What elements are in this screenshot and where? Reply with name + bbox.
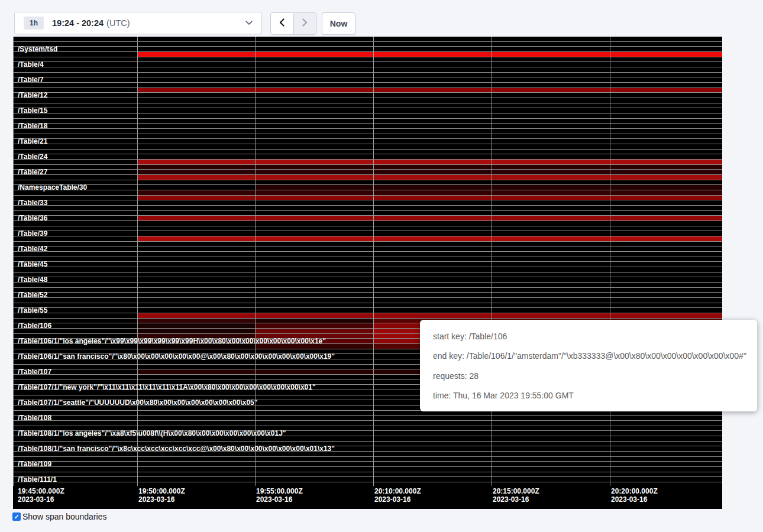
tooltip-start-key: start key: /Table/106 bbox=[433, 331, 751, 342]
span-row-label: /Table/7 bbox=[18, 76, 44, 84]
span-boundary-line bbox=[13, 272, 722, 273]
span-boundary-line bbox=[13, 257, 722, 257]
show-span-boundaries-checkbox[interactable]: ✓ bbox=[12, 512, 21, 521]
span-row-label: /Table/111/1 bbox=[18, 475, 57, 484]
span-boundary-line bbox=[13, 476, 722, 477]
date-axis-label: 2023-03-16 bbox=[256, 495, 292, 504]
time-bucket-line bbox=[13, 37, 14, 486]
span-boundary-line bbox=[13, 51, 722, 52]
date-axis-label: 2023-03-16 bbox=[611, 495, 647, 504]
span-boundary-line bbox=[13, 282, 722, 283]
span-row-label: /Table/24 bbox=[18, 153, 47, 161]
span-row-label: /Table/36 bbox=[18, 214, 47, 222]
span-row-label: /Table/108 bbox=[18, 414, 51, 422]
time-range-text: 19:24 - 20:24 bbox=[52, 18, 104, 28]
span-boundary-line bbox=[13, 190, 722, 190]
span-row-label: /Table/107/1/"seattle"/"UUUUUUD\x00\x80\… bbox=[18, 398, 257, 407]
time-range-selector[interactable]: 1h 19:24 - 20:24 (UTC) bbox=[14, 12, 262, 34]
span-boundary-line bbox=[13, 180, 722, 180]
span-row-label: /Table/48 bbox=[18, 275, 47, 284]
span-boundary-line bbox=[13, 420, 722, 421]
span-boundary-line bbox=[13, 251, 722, 252]
span-boundary-line bbox=[13, 118, 722, 119]
span-boundary-line bbox=[13, 144, 722, 144]
span-boundary-line bbox=[13, 297, 722, 298]
span-boundary-line bbox=[13, 210, 722, 211]
span-tooltip: start key: /Table/106 end key: /Table/10… bbox=[420, 320, 757, 411]
time-axis-label: 20:15:00.000Z bbox=[493, 487, 539, 495]
span-boundary-line bbox=[13, 164, 722, 165]
span-boundary-line bbox=[13, 200, 722, 200]
span-boundary-line bbox=[13, 57, 722, 57]
timezone-label: (UTC) bbox=[106, 18, 130, 28]
duration-badge: 1h bbox=[24, 17, 44, 30]
span-boundary-line bbox=[13, 87, 722, 88]
span-boundary-line bbox=[13, 98, 722, 98]
span-boundary-line bbox=[13, 236, 722, 236]
span-row-label: /Table/4 bbox=[18, 60, 44, 69]
time-bucket-line bbox=[492, 37, 492, 486]
time-bucket-line bbox=[373, 37, 374, 486]
span-row-label: /Table/39 bbox=[18, 229, 47, 238]
span-boundary-line bbox=[13, 46, 722, 47]
span-boundary-line bbox=[13, 67, 722, 67]
span-boundary-line bbox=[13, 159, 722, 160]
span-boundary-line bbox=[13, 215, 722, 216]
span-row-label: /Table/55 bbox=[18, 306, 47, 314]
span-boundary-line bbox=[13, 113, 722, 113]
span-row-label: /Table/15 bbox=[18, 106, 47, 115]
span-row-label: /NamespaceTable/30 bbox=[18, 183, 87, 192]
span-row-label: /Table/27 bbox=[18, 168, 47, 176]
span-boundary-line bbox=[13, 108, 722, 108]
span-row-label: /Table/108/1/"san francisco"/"\x8c\xcc\x… bbox=[18, 445, 335, 453]
span-row-label: /Table/106/1/"san francisco"/"\x80\x00\x… bbox=[18, 352, 335, 361]
span-boundary-line bbox=[13, 231, 722, 231]
span-boundary-line bbox=[13, 41, 722, 42]
span-row-label: /Table/21 bbox=[18, 137, 47, 145]
span-boundary-line bbox=[13, 307, 722, 308]
span-row-label: /Table/107/1/"new york"/"\x11\x11\x11\x1… bbox=[18, 383, 316, 391]
chevron-left-icon bbox=[279, 18, 286, 29]
span-boundary-line bbox=[13, 318, 722, 319]
time-axis-label: 19:50:00.000Z bbox=[138, 487, 185, 495]
span-boundary-line bbox=[13, 292, 722, 293]
span-boundary-line bbox=[13, 441, 722, 442]
now-button[interactable]: Now bbox=[322, 12, 355, 35]
span-row-label: /Table/106 bbox=[18, 322, 51, 330]
span-boundary-line bbox=[13, 426, 722, 426]
span-boundary-line bbox=[13, 195, 722, 196]
time-shift-control bbox=[270, 12, 316, 35]
span-boundary-line bbox=[13, 241, 722, 242]
time-axis-label: 19:45:00.000Z bbox=[18, 487, 64, 495]
date-axis-label: 2023-03-16 bbox=[374, 495, 410, 504]
span-boundary-line bbox=[13, 154, 722, 154]
span-boundary-line bbox=[13, 482, 722, 482]
span-boundary-line bbox=[13, 82, 722, 83]
time-axis-label: 19:55:00.000Z bbox=[256, 487, 303, 495]
checkmark-icon: ✓ bbox=[14, 514, 19, 520]
span-row-label: /Table/52 bbox=[18, 291, 47, 299]
span-boundary-line bbox=[13, 128, 722, 129]
now-button-label: Now bbox=[330, 19, 348, 28]
tooltip-end-key: end key: /Table/106/1/"amsterdam"/"\xb33… bbox=[433, 351, 751, 362]
span-boundary-line bbox=[13, 246, 722, 246]
span-row-label: /Table/12 bbox=[18, 91, 47, 99]
span-boundary-line bbox=[13, 72, 722, 73]
shift-back-button[interactable] bbox=[271, 13, 293, 34]
span-row-label: /Table/33 bbox=[18, 199, 47, 207]
span-row-label: /Table/108/1/"los angeles"/"\xa8\xf5\u00… bbox=[18, 429, 286, 437]
span-boundary-line bbox=[13, 313, 722, 313]
time-axis-label: 20:10:00.000Z bbox=[374, 487, 421, 495]
show-span-boundaries-label: Show span boundaries bbox=[22, 512, 106, 521]
span-boundary-line bbox=[13, 103, 722, 103]
key-visualizer-canvas[interactable]: /System/tsd/Table/4/Table/7/Table/12/Tab… bbox=[13, 37, 722, 509]
span-boundary-line bbox=[13, 303, 722, 303]
tooltip-time: time: Thu, 16 Mar 2023 19:55:00 GMT bbox=[433, 390, 751, 401]
span-boundary-line bbox=[13, 472, 722, 472]
shift-forward-button[interactable] bbox=[293, 13, 316, 34]
span-row-label: /System/tsd bbox=[18, 45, 57, 53]
span-boundary-line bbox=[13, 226, 722, 226]
time-bucket-line bbox=[255, 37, 256, 486]
span-boundary-line bbox=[13, 61, 722, 62]
span-row-label: /Table/106/1/"los angeles"/"\x99\x99\x99… bbox=[18, 337, 326, 345]
